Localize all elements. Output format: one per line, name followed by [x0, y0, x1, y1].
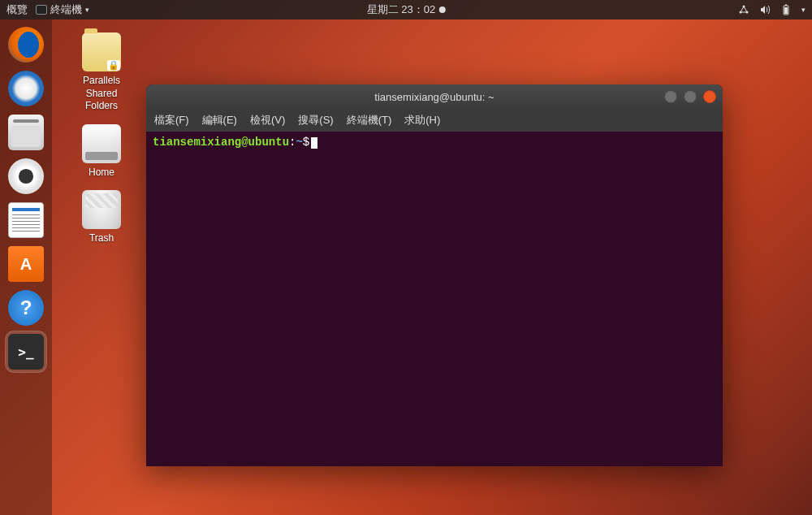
volume-icon[interactable]: [759, 4, 771, 15]
app-menu[interactable]: 終端機 ▾: [36, 2, 89, 17]
system-tray: ▾: [738, 4, 806, 15]
thunderbird-icon: [8, 71, 44, 106]
trash-icon: [82, 190, 121, 229]
terminal-body[interactable]: tiansemixiang@ubuntu:~$: [146, 132, 723, 466]
battery-icon[interactable]: [780, 4, 792, 15]
dock-rhythmbox[interactable]: [6, 156, 46, 197]
dock: A ?: [0, 19, 52, 515]
prompt-user-host: tiansemixiang@ubuntu: [153, 136, 289, 149]
desktop-icons: Parallels Shared Folders Home Trash: [65, 32, 138, 245]
dock-help[interactable]: ?: [6, 288, 46, 328]
window-title: tiansemixiang@ubuntu: ~: [374, 91, 494, 103]
close-button[interactable]: [703, 90, 716, 103]
maximize-button[interactable]: [684, 90, 697, 103]
activities-button[interactable]: 概覽: [6, 2, 28, 17]
top-panel: 概覽 終端機 ▾ 星期二 23：02 ▾: [0, 0, 812, 19]
desktop-icon-parallels-shared[interactable]: Parallels Shared Folders: [65, 32, 138, 113]
menu-help[interactable]: 求助(H): [404, 113, 440, 128]
help-icon: ?: [8, 290, 44, 326]
menu-search[interactable]: 搜尋(S): [298, 113, 333, 128]
terminal-icon: [8, 334, 44, 370]
firefox-icon: [8, 27, 44, 63]
prompt-symbol: $: [303, 136, 309, 149]
network-icon[interactable]: [738, 4, 749, 15]
dock-writer[interactable]: [6, 200, 46, 240]
writer-icon: [8, 202, 44, 238]
disk-icon: [82, 124, 121, 163]
svg-rect-5: [784, 7, 788, 14]
desktop-icon-trash[interactable]: Trash: [65, 190, 138, 245]
folder-icon: [82, 32, 121, 71]
rhythmbox-icon: [8, 158, 44, 194]
desktop-icon-label: Home: [89, 167, 114, 180]
window-titlebar[interactable]: tiansemixiang@ubuntu: ~: [146, 84, 723, 109]
menubar: 檔案(F) 編輯(E) 檢視(V) 搜尋(S) 終端機(T) 求助(H): [146, 109, 723, 132]
menu-terminal[interactable]: 終端機(T): [347, 113, 392, 128]
terminal-window: tiansemixiang@ubuntu: ~ 檔案(F) 編輯(E) 檢視(V…: [146, 84, 723, 466]
text-cursor: [311, 137, 317, 149]
window-controls: [664, 90, 716, 103]
dock-terminal[interactable]: [6, 331, 46, 372]
app-menu-label: 終端機: [50, 2, 82, 17]
notification-dot-icon: [438, 6, 445, 13]
dock-thunderbird[interactable]: [6, 68, 46, 109]
files-icon: [8, 115, 44, 150]
desktop-icon-home[interactable]: Home: [65, 124, 138, 180]
minimize-button[interactable]: [664, 90, 677, 103]
svg-rect-4: [785, 5, 787, 6]
dock-files[interactable]: [6, 112, 46, 153]
chevron-down-icon[interactable]: ▾: [801, 6, 806, 14]
dock-firefox[interactable]: [6, 24, 46, 65]
menu-edit[interactable]: 編輯(E): [202, 113, 237, 128]
clock-label: 星期二 23：02: [367, 2, 436, 17]
menu-file[interactable]: 檔案(F): [154, 113, 189, 128]
chevron-down-icon: ▾: [85, 6, 89, 14]
clock[interactable]: 星期二 23：02: [367, 2, 446, 17]
dock-software[interactable]: A: [6, 244, 46, 284]
desktop-icon-label: Trash: [89, 232, 114, 245]
desktop-icon-label: Parallels Shared Folders: [83, 75, 120, 113]
software-center-icon: A: [8, 246, 44, 282]
menu-view[interactable]: 檢視(V): [250, 113, 285, 128]
prompt-path: ~: [296, 136, 302, 149]
terminal-mini-icon: [36, 5, 47, 15]
